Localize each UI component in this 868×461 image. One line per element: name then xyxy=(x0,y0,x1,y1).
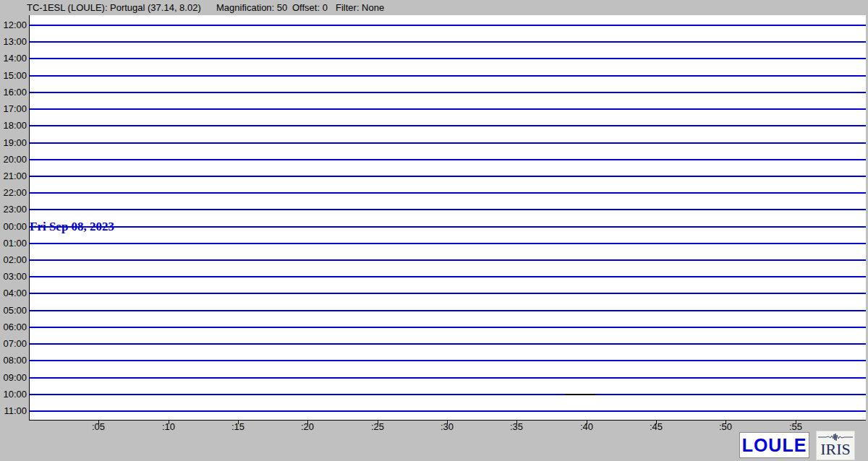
trace-row-line xyxy=(30,75,866,77)
trace-row-line xyxy=(30,25,866,26)
minute-tick-label: :15 xyxy=(226,421,250,432)
hour-label: 10:00 xyxy=(0,389,27,400)
trace-row-line xyxy=(30,226,866,228)
minute-tick-label: :05 xyxy=(86,421,111,432)
hour-label: 01:00 xyxy=(0,238,27,249)
offset-label: Offset: 0 xyxy=(292,2,328,13)
minute-tick-label: :40 xyxy=(574,421,599,432)
trace-row-line xyxy=(30,192,866,194)
trace-row-line xyxy=(30,293,866,294)
active-trace-segment xyxy=(565,394,595,395)
trace-row-line xyxy=(30,108,866,110)
minute-tick-label: :20 xyxy=(295,421,320,432)
trace-row-line xyxy=(30,92,866,93)
trace-row-line xyxy=(30,209,866,210)
trace-row-line xyxy=(30,310,866,311)
trace-row-line xyxy=(30,410,866,412)
hour-label: 08:00 xyxy=(0,355,27,366)
minute-tick-label: :25 xyxy=(365,421,390,432)
trace-row-line xyxy=(30,58,866,59)
minute-tick-label: :35 xyxy=(504,421,529,432)
hour-label: 18:00 xyxy=(0,120,27,132)
trace-row-line xyxy=(30,243,866,244)
trace-row-line xyxy=(30,276,866,277)
minute-tick-label: :10 xyxy=(156,421,181,432)
station-location-label: Portugal (37.14, 8.02) xyxy=(110,2,201,13)
minute-tick-label: :50 xyxy=(713,421,738,432)
hour-label: 15:00 xyxy=(0,70,27,82)
trace-row-line xyxy=(30,142,866,144)
hour-label: 09:00 xyxy=(0,372,27,384)
trace-row-line xyxy=(30,125,866,126)
hour-label: 03:00 xyxy=(0,271,27,283)
trace-row-line xyxy=(30,176,866,177)
hour-label: 11:00 xyxy=(0,405,27,417)
iris-logo: IRIS xyxy=(816,431,855,460)
hour-label: 04:00 xyxy=(0,288,27,299)
filter-label: Filter: None xyxy=(336,2,384,13)
hour-label: 19:00 xyxy=(0,137,27,149)
iris-logo-text: IRIS xyxy=(820,441,851,457)
hour-label: 16:00 xyxy=(0,87,27,98)
hour-label: 22:00 xyxy=(0,187,27,199)
minute-tick-label: :55 xyxy=(783,421,808,432)
hour-label: 02:00 xyxy=(0,254,27,266)
hour-label: 17:00 xyxy=(0,103,27,115)
trace-row-line xyxy=(30,159,866,160)
hour-label: 14:00 xyxy=(0,53,27,64)
station-id-label: TC-1ESL (LOULE): xyxy=(27,2,108,13)
hour-label: 12:00 xyxy=(0,20,27,31)
hour-label: 23:00 xyxy=(0,204,27,215)
trace-row-line xyxy=(30,327,866,328)
trace-row-line xyxy=(30,41,866,43)
helicorder-plot-area[interactable] xyxy=(29,15,866,421)
minute-tick-label: :45 xyxy=(644,421,668,432)
date-annotation: Fri Sep 08, 2023 xyxy=(30,220,114,234)
station-badge-label: LOULE xyxy=(742,435,807,456)
minute-tick-label: :30 xyxy=(435,421,459,432)
trace-row-line xyxy=(30,360,866,361)
trace-row-line xyxy=(30,343,866,345)
hour-label: 21:00 xyxy=(0,171,27,182)
trace-row-line xyxy=(30,394,866,395)
hour-label: 20:00 xyxy=(0,154,27,165)
hour-label: 07:00 xyxy=(0,338,27,350)
hour-label: 13:00 xyxy=(0,36,27,48)
station-name-badge: LOULE xyxy=(739,432,809,458)
hour-label: 00:00 xyxy=(0,221,27,233)
hour-label: 05:00 xyxy=(0,305,27,316)
amaseis-helicorder-window: { "header": { "station": "TC-1ESL (LOULE… xyxy=(0,0,868,461)
hour-label: 06:00 xyxy=(0,322,27,333)
trace-row-line xyxy=(30,377,866,379)
trace-row-line xyxy=(30,259,866,261)
magnification-label: Magnification: 50 xyxy=(216,2,287,13)
